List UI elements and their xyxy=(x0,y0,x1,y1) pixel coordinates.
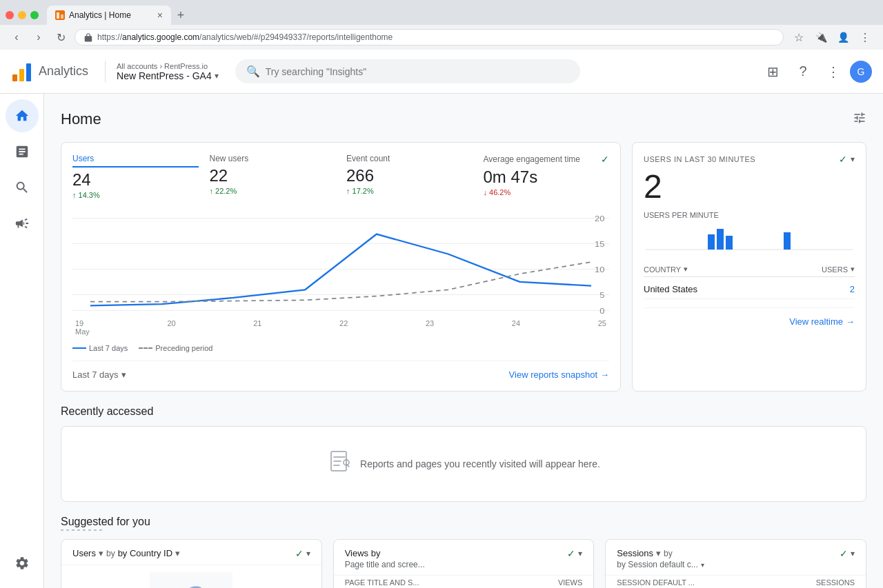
svg-text:5: 5 xyxy=(599,291,604,300)
nav-actions: ☆ 🔌 👤 ⋮ xyxy=(789,28,875,47)
analytics-logo: Analytics xyxy=(11,61,88,83)
legend-line-solid xyxy=(72,347,86,349)
metric-users-change: ↑ 14.3% xyxy=(72,191,199,199)
world-map-svg xyxy=(150,572,232,588)
bookmark-icon[interactable]: ☆ xyxy=(789,28,808,47)
stats-card-footer: Last 7 days ▾ View reports snapshot → xyxy=(72,361,609,380)
more-icon[interactable]: ⋮ xyxy=(855,28,875,47)
sidebar-item-advertising[interactable] xyxy=(6,207,39,240)
advertising-icon xyxy=(14,216,30,231)
url-path: /analytics/web/#/p294949337/reports/inte… xyxy=(199,32,393,42)
svg-rect-17 xyxy=(717,229,724,250)
sidebar-item-explore[interactable] xyxy=(6,171,39,204)
sidebar-item-settings[interactable] xyxy=(6,547,39,580)
suggest-card-users-country: Users ▾ by by Country ID ▾ ✓ ▾ xyxy=(61,539,322,588)
realtime-dropdown[interactable]: ▾ xyxy=(851,154,855,164)
avatar[interactable]: G xyxy=(850,61,872,83)
suggest-card-2-actions: ✓ ▾ xyxy=(567,548,582,559)
recently-accessed-title: Recently accessed xyxy=(61,405,866,418)
suggest-card-1-title: Users ▾ by by Country ID ▾ xyxy=(72,548,180,558)
chevron-down-icon: ▾ xyxy=(121,369,126,380)
url-text: https://analytics.google.com/analytics/w… xyxy=(97,32,393,42)
metric-engagement-value: 0m 47s xyxy=(484,168,610,187)
users-col-header[interactable]: USERS ▾ xyxy=(822,265,855,274)
extensions-icon[interactable]: 🔌 xyxy=(811,28,831,47)
metric-engagement-label[interactable]: Average engagement time ✓ xyxy=(484,154,610,165)
col-sessions[interactable]: SESSIONS xyxy=(816,578,855,587)
tab-bar: Analytics | Home × + xyxy=(0,0,883,25)
metric-event-label[interactable]: Event count xyxy=(346,154,473,163)
col-session-default[interactable]: SESSION DEFAULT ... xyxy=(617,578,695,587)
active-tab[interactable]: Analytics | Home × xyxy=(47,6,171,25)
sidebar-item-reports[interactable] xyxy=(6,135,39,168)
refresh-button[interactable]: ↻ xyxy=(52,29,69,45)
dropdown-icon[interactable]: ▾ xyxy=(578,549,582,558)
tab-title: Analytics | Home xyxy=(69,10,153,20)
metric-grid: Users 24 ↑ 14.3% New users 22 ↑ 22.2% xyxy=(72,154,609,199)
country-users: 2 xyxy=(850,284,855,294)
date-range-selector[interactable]: Last 7 days ▾ xyxy=(72,369,126,380)
maximize-window-button[interactable] xyxy=(30,11,39,19)
back-button[interactable]: ‹ xyxy=(8,29,25,45)
col-page-title[interactable]: PAGE TITLE AND S... xyxy=(345,578,419,587)
metric-new-users-label[interactable]: New users xyxy=(210,154,336,163)
check-icon: ✓ xyxy=(295,548,304,559)
new-tab-button[interactable]: + xyxy=(171,6,190,25)
header-search-bar[interactable]: 🔍 xyxy=(235,59,580,83)
forward-button[interactable]: › xyxy=(30,29,47,45)
tab-close-button[interactable]: × xyxy=(157,10,163,21)
suggest-table-3-header: SESSION DEFAULT ... SESSIONS xyxy=(606,576,866,588)
explore-icon xyxy=(14,180,30,195)
customize-icon[interactable] xyxy=(853,111,866,128)
grid-icon[interactable]: ⊞ xyxy=(759,58,786,85)
realtime-controls: ✓ ▾ xyxy=(839,154,855,165)
search-input[interactable] xyxy=(266,66,569,77)
svg-rect-2 xyxy=(12,74,17,81)
arrow-right-icon: → xyxy=(600,369,609,380)
settings-icon xyxy=(14,556,30,571)
view-realtime-link[interactable]: View realtime → xyxy=(789,316,855,327)
profile-icon[interactable]: 👤 xyxy=(833,28,853,47)
help-icon[interactable]: ? xyxy=(789,58,817,85)
sidebar-item-home[interactable] xyxy=(6,99,39,132)
metric-check-icon: ✓ xyxy=(601,154,609,165)
chart-area: 20 15 10 5 0 xyxy=(72,210,609,314)
main-stats-card: Users 24 ↑ 14.3% New users 22 ↑ 22.2% xyxy=(61,142,621,392)
app-body: Home Users 24 ↑ 14.3% xyxy=(0,94,883,588)
col-views[interactable]: VIEWS xyxy=(558,578,582,587)
sort-icon: ▾ xyxy=(684,265,688,274)
suggest-card-1-header: Users ▾ by by Country ID ▾ ✓ ▾ xyxy=(61,540,321,565)
property-selector[interactable]: All accounts › RentPress.io New RentPres… xyxy=(117,62,219,81)
view-snapshot-link[interactable]: View reports snapshot → xyxy=(509,369,609,380)
ga-logo-icon xyxy=(11,61,33,83)
browser-nav-bar: ‹ › ↻ https://analytics.google.com/analy… xyxy=(0,25,883,50)
minimize-window-button[interactable] xyxy=(18,11,26,19)
address-bar[interactable]: https://analytics.google.com/analytics/w… xyxy=(75,29,784,45)
svg-rect-1 xyxy=(61,14,63,19)
chart-x-labels: 19May 20 21 22 23 24 25 xyxy=(72,319,609,336)
realtime-card: USERS IN LAST 30 MINUTES ✓ ▾ 2 USERS PER… xyxy=(632,142,866,392)
metric-users-value: 24 xyxy=(72,170,199,190)
browser-chrome: Analytics | Home × + ‹ › ↻ https://analy… xyxy=(0,0,883,50)
suggest-card-sessions: Sessions ▾ by by Session default c... ▾ … xyxy=(605,539,866,588)
suggest-card-2-title: Views by Page title and scree... xyxy=(345,548,425,569)
url-protocol: https:// xyxy=(97,32,122,42)
svg-rect-0 xyxy=(57,12,59,19)
dropdown-icon[interactable]: ▾ xyxy=(851,549,855,558)
svg-rect-4 xyxy=(26,63,31,81)
metric-users-label[interactable]: Users xyxy=(72,154,199,168)
page-title-row: Home xyxy=(61,110,866,128)
property-name[interactable]: New RentPress - GA4 ▾ xyxy=(117,70,219,81)
page-title: Home xyxy=(61,110,101,128)
more-options-icon[interactable]: ⋮ xyxy=(820,58,847,85)
suggested-grid: Users ▾ by by Country ID ▾ ✓ ▾ xyxy=(61,539,866,588)
recently-accessed-empty: Reports and pages you recently visited w… xyxy=(61,426,866,502)
country-col-header[interactable]: COUNTRY ▾ xyxy=(644,265,688,274)
empty-state-text: Reports and pages you recently visited w… xyxy=(360,458,600,469)
mini-bar-chart xyxy=(644,222,855,256)
svg-text:10: 10 xyxy=(595,265,605,274)
stats-row: Users 24 ↑ 14.3% New users 22 ↑ 22.2% xyxy=(61,142,866,392)
url-domain: analytics.google.com xyxy=(122,32,199,42)
dropdown-icon[interactable]: ▾ xyxy=(306,549,310,558)
close-window-button[interactable] xyxy=(6,11,14,19)
